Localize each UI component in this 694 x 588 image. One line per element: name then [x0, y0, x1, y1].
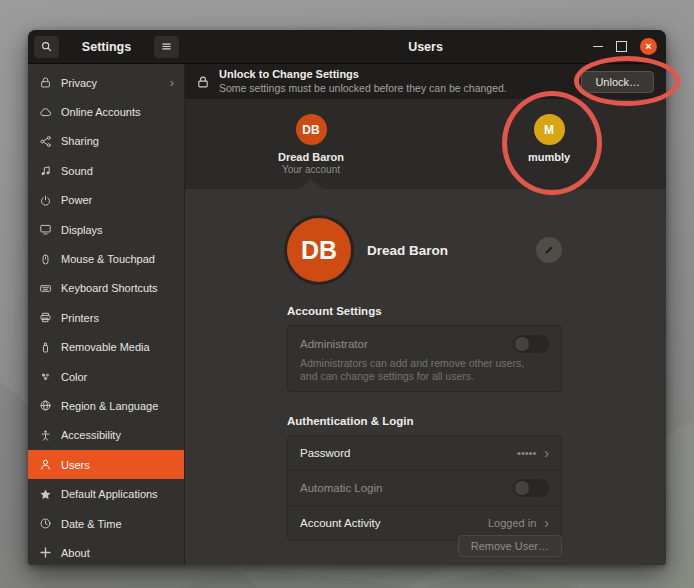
- chevron-right-icon: ›: [544, 445, 549, 461]
- app-title: Settings: [59, 40, 154, 54]
- sidebar-item-label: Default Applications: [61, 488, 174, 500]
- sidebar-item-label: Users: [61, 459, 174, 471]
- sidebar: Privacy›Online AccountsSharingSoundPower…: [28, 64, 185, 565]
- sidebar-item-date-time[interactable]: Date & Time: [28, 509, 184, 538]
- clock-icon: [38, 517, 52, 531]
- unlock-button[interactable]: Unlock…: [581, 71, 654, 93]
- sound-icon: [38, 164, 52, 178]
- display-icon: [38, 223, 52, 237]
- sidebar-header: Settings: [28, 30, 185, 63]
- administrator-row: Administrator Administrators can add and…: [288, 326, 561, 391]
- sidebar-item-label: Keyboard Shortcuts: [61, 282, 174, 294]
- automatic-login-row: Automatic Login: [288, 470, 561, 505]
- sidebar-item-region-language[interactable]: Region & Language: [28, 391, 184, 420]
- carousel-user-mumbly[interactable]: M mumbly: [494, 114, 604, 163]
- color-icon: [38, 370, 52, 384]
- sidebar-item-label: Mouse & Touchpad: [61, 253, 174, 265]
- selected-user-pointer: [299, 179, 323, 189]
- identity-row: DB Dread Baron: [287, 189, 562, 282]
- window-controls: ×: [593, 30, 657, 63]
- settings-window: Settings Users × Privacy›Online Accounts…: [28, 30, 666, 565]
- sidebar-item-sound[interactable]: Sound: [28, 156, 184, 185]
- sidebar-item-online-accounts[interactable]: Online Accounts: [28, 97, 184, 126]
- share-icon: [38, 134, 52, 148]
- sidebar-item-label: Power: [61, 194, 174, 206]
- password-label: Password: [300, 447, 517, 459]
- edit-name-button[interactable]: [536, 237, 562, 263]
- search-icon: [40, 40, 53, 53]
- sidebar-item-printers[interactable]: Printers: [28, 303, 184, 332]
- user-carousel: DB Dread Baron Your account M mumbly: [185, 99, 666, 189]
- account-settings-heading: Account Settings: [287, 305, 562, 317]
- automatic-login-label: Automatic Login: [300, 482, 513, 494]
- unlock-title: Unlock to Change Settings: [219, 68, 572, 82]
- close-button[interactable]: ×: [640, 38, 657, 55]
- sidebar-item-label: Online Accounts: [61, 106, 174, 118]
- administrator-toggle[interactable]: [513, 335, 549, 353]
- power-icon: [38, 193, 52, 207]
- titlebar: Settings Users ×: [28, 30, 666, 64]
- password-row[interactable]: Password ••••• ›: [288, 436, 561, 470]
- user-name: Dread Baron: [256, 151, 366, 163]
- padlock-icon: [196, 75, 210, 89]
- sidebar-item-sharing[interactable]: Sharing: [28, 127, 184, 156]
- sidebar-item-about[interactable]: About: [28, 538, 184, 567]
- menu-button[interactable]: [154, 36, 179, 58]
- globe-icon: [38, 399, 52, 413]
- search-button[interactable]: [34, 36, 59, 58]
- pencil-icon: [543, 244, 555, 256]
- sidebar-item-keyboard-shortcuts[interactable]: Keyboard Shortcuts: [28, 274, 184, 303]
- accessibility-icon: [38, 428, 52, 442]
- chevron-right-icon: ›: [544, 515, 549, 531]
- users-icon: [38, 458, 52, 472]
- maximize-button[interactable]: [616, 41, 627, 52]
- content-header: Users ×: [185, 30, 666, 63]
- sidebar-item-removable-media[interactable]: Removable Media: [28, 333, 184, 362]
- carousel-user-current[interactable]: DB Dread Baron Your account: [256, 114, 366, 175]
- sidebar-item-label: Accessibility: [61, 429, 174, 441]
- user-full-name: Dread Baron: [367, 243, 520, 258]
- avatar: DB: [296, 114, 327, 145]
- star-icon: [38, 487, 52, 501]
- sidebar-item-label: Color: [61, 371, 174, 383]
- sidebar-item-label: Sharing: [61, 135, 174, 147]
- sidebar-item-mouse-touchpad[interactable]: Mouse & Touchpad: [28, 244, 184, 273]
- sidebar-item-label: Sound: [61, 165, 174, 177]
- cloud-icon: [38, 105, 52, 119]
- administrator-label: Administrator: [300, 338, 513, 350]
- about-icon: [38, 546, 52, 560]
- keyboard-icon: [38, 281, 52, 295]
- sidebar-item-color[interactable]: Color: [28, 362, 184, 391]
- user-name: mumbly: [494, 151, 604, 163]
- sidebar-item-label: Displays: [61, 224, 174, 236]
- account-settings-group: Administrator Administrators can add and…: [287, 325, 562, 392]
- sidebar-item-power[interactable]: Power: [28, 186, 184, 215]
- sidebar-item-label: Removable Media: [61, 341, 174, 353]
- user-subtitle: Your account: [256, 164, 366, 175]
- sidebar-item-label: Region & Language: [61, 400, 174, 412]
- remove-user-button[interactable]: Remove User…: [458, 535, 562, 557]
- unlock-subtitle: Some settings must be unlocked before th…: [219, 82, 572, 95]
- printer-icon: [38, 311, 52, 325]
- lock-icon: [38, 76, 52, 90]
- administrator-description: Administrators can add and remove other …: [300, 357, 535, 383]
- avatar: DB: [287, 218, 351, 282]
- auth-group: Password ••••• › Automatic Login Account…: [287, 435, 562, 541]
- automatic-login-toggle[interactable]: [513, 479, 549, 497]
- sidebar-item-label: About: [61, 547, 174, 559]
- minimize-button[interactable]: [593, 46, 603, 48]
- sidebar-item-privacy[interactable]: Privacy›: [28, 68, 184, 97]
- sidebar-item-default-applications[interactable]: Default Applications: [28, 479, 184, 508]
- sidebar-item-users[interactable]: Users: [28, 450, 184, 479]
- sidebar-item-label: Privacy: [61, 77, 161, 89]
- sidebar-item-label: Date & Time: [61, 518, 174, 530]
- password-value: •••••: [517, 447, 536, 459]
- users-panel: Unlock to Change Settings Some settings …: [185, 64, 666, 565]
- avatar: M: [534, 114, 565, 145]
- mouse-icon: [38, 252, 52, 266]
- sidebar-item-label: Printers: [61, 312, 174, 324]
- account-activity-value: Logged in: [488, 517, 536, 529]
- sidebar-item-accessibility[interactable]: Accessibility: [28, 421, 184, 450]
- auth-heading: Authentication & Login: [287, 415, 562, 427]
- sidebar-item-displays[interactable]: Displays: [28, 215, 184, 244]
